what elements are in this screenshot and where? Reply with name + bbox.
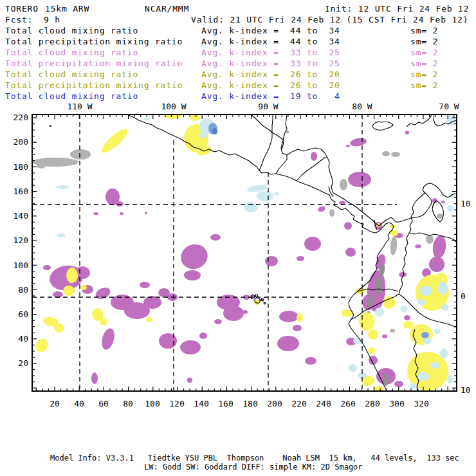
island-dot [50,125,51,127]
x-grid-label: 240 [316,399,331,408]
cloud-region-c [417,299,425,306]
x-grid-label: 100 [145,399,160,408]
x-grid-label: 120 [169,399,184,408]
cloud-region-g [382,151,390,156]
longitude-label: 110 W [67,102,92,111]
cloud-region-p [305,357,316,365]
cloud-region-p [293,325,302,331]
y-grid-label: 100 [14,261,28,270]
cloud-region-g [437,214,443,219]
cloud-region-p [265,256,278,266]
cloud-region-c [417,372,429,381]
cloud-region-c [56,185,69,189]
cloud-region-p [394,381,403,387]
cloud-region-y [383,296,396,309]
x-grid-label: 60 [98,399,109,408]
cloud-region-p [143,296,161,309]
cloud-region-g [390,236,398,256]
cloud-region-y [100,318,107,325]
y-grid-label: 80 [18,285,28,295]
cloud-region-c [144,118,149,120]
cloud-region-y [297,313,303,322]
fill-regions [32,111,455,392]
cloud-region-p [223,306,244,321]
cloud-region-p [405,131,409,134]
cloud-region-p [199,333,207,339]
cloud-region-c [57,233,66,237]
cloud-region-p [187,378,192,383]
y-grid-label: 180 [14,162,28,172]
cloud-region-p [441,201,445,203]
x-grid-label: 180 [243,399,257,408]
cloud-region-c [440,349,448,359]
cloud-region-p [304,237,321,251]
cloud-region-p [120,212,124,215]
cloud-region-p [178,241,211,273]
cloud-region-g [37,163,46,169]
cloud-region-g [340,179,347,190]
x-grid-label: 80 [123,399,133,408]
x-grid-label: 160 [218,399,233,408]
cloud-region-p [277,336,299,351]
latitude-label: 0 [461,291,466,301]
y-grid-label: 60 [18,309,28,319]
cloud-region-c [447,376,453,383]
y-grid-label: 140 [14,211,28,221]
cloud-region-c [244,202,258,212]
cloud-region-c [430,362,439,369]
cloud-region-p [180,340,201,354]
y-grid-label: 40 [18,334,28,343]
latitude-label: 10 N [461,199,476,208]
cloud-region-y [403,321,414,329]
y-grid-label: 120 [14,235,28,245]
x-grid-label: 20 [50,399,60,408]
cloud-region-p [347,251,356,256]
cloud-region-c [400,306,408,312]
cloud-region-p [43,265,51,270]
x-grid-label: 320 [414,399,428,408]
cloud-region-p [382,334,387,338]
cloud-region-c [274,192,279,196]
cloud-region-c [375,307,384,316]
model-info-line1: Model Info: V3.3.1 Tiedtke YSU PBL Thomp… [50,453,459,462]
x-grid-label: 40 [74,399,84,408]
cloud-region-g [70,149,91,160]
cloud-region-p [214,319,222,324]
cloud-region-y [359,313,374,331]
cloud-region-g [391,152,400,157]
cloud-region-p [159,333,177,349]
cloud-region-p [432,235,448,259]
cloud-region-p [346,145,350,147]
longitude-label: 70 W [439,102,459,111]
cloud-region-p [100,327,116,351]
latitude-label: 10 S [461,385,476,395]
x-grid-label: 200 [267,399,282,408]
cloud-region-p [344,222,352,230]
cloud-region-c [199,132,207,138]
cloud-region-p [116,201,124,206]
coastline-path [372,122,393,130]
longitude-label: 100 W [161,102,186,111]
cloud-region-p [94,286,113,302]
cloud-region-c [423,338,432,344]
cloud-region-c [437,282,448,295]
cloud-region-p [145,212,147,214]
cloud-region-c [419,286,432,296]
x-grid-label: 140 [194,399,208,408]
coastline-path [432,201,443,222]
x-grid-label: 280 [365,399,380,408]
longitude-label: 90 W [258,102,278,111]
cloud-region-y [190,114,200,121]
cloud-region-p [286,131,289,133]
x-grid-label: 220 [291,399,306,408]
cloud-region-p [93,212,98,215]
cloud-region-y [80,285,87,290]
cloud-region-g [329,209,334,217]
cloud-region-c [434,329,441,334]
cloud-region-c [441,304,449,311]
cloud-region-p [184,270,201,280]
x-grid-label: 300 [389,399,404,408]
cloud-region-p [210,234,221,241]
cloud-region-p [311,152,317,161]
y-grid-label: 160 [14,187,28,196]
